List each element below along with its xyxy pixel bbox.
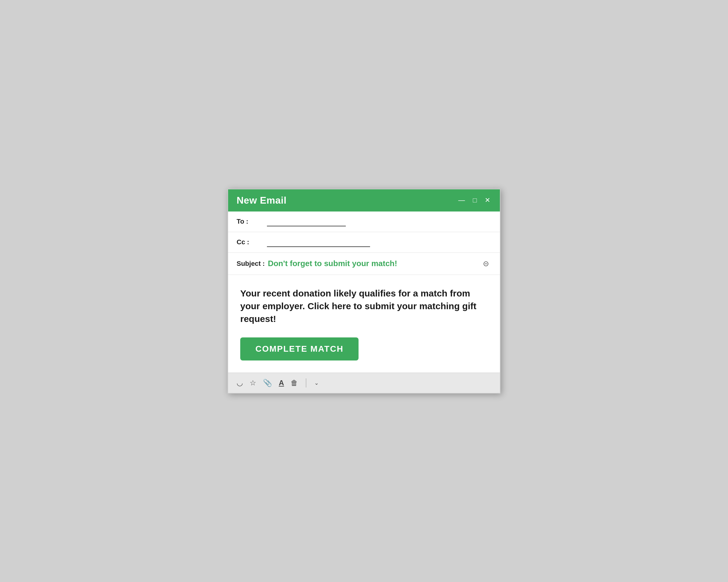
paperclip-icon[interactable]: 📎 xyxy=(263,379,272,386)
window-controls: — □ ✕ xyxy=(457,196,491,204)
more-options-chevron[interactable]: ⌄ xyxy=(314,380,319,386)
subject-label: Subject : xyxy=(237,260,265,268)
maximize-button[interactable]: □ xyxy=(472,196,478,204)
subject-left: Subject : Don't forget to submit your ma… xyxy=(237,259,480,268)
complete-match-button[interactable]: COMPLETE MATCH xyxy=(240,337,359,360)
body-message: Your recent donation likely qualifies fo… xyxy=(240,287,488,325)
title-bar: New Email — □ ✕ xyxy=(228,189,500,211)
email-window: New Email — □ ✕ To : Cc : Subject : Don'… xyxy=(228,189,500,394)
delete-icon[interactable]: 🗑 xyxy=(291,379,298,386)
cc-row: Cc : xyxy=(228,232,500,253)
email-body: Your recent donation likely qualifies fo… xyxy=(228,275,500,373)
to-row: To : xyxy=(228,211,500,232)
to-input[interactable] xyxy=(267,217,346,226)
star-icon[interactable]: ☆ xyxy=(250,379,256,386)
cc-label: Cc : xyxy=(237,238,264,246)
minimize-button[interactable]: — xyxy=(457,196,466,204)
subject-value: Don't forget to submit your match! xyxy=(268,259,397,268)
toolbar: ◡ ☆ 📎 A 🗑 ⌄ xyxy=(228,373,500,393)
location-icon[interactable]: ◡ xyxy=(237,379,243,386)
font-icon[interactable]: A xyxy=(279,379,284,386)
subject-row: Subject : Don't forget to submit your ma… xyxy=(228,253,500,275)
attachment-icon[interactable]: ⊝ xyxy=(480,258,491,269)
to-label: To : xyxy=(237,218,264,225)
toolbar-divider xyxy=(306,378,306,387)
window-title: New Email xyxy=(237,195,287,206)
close-button[interactable]: ✕ xyxy=(484,196,491,204)
cc-input[interactable] xyxy=(267,237,370,247)
